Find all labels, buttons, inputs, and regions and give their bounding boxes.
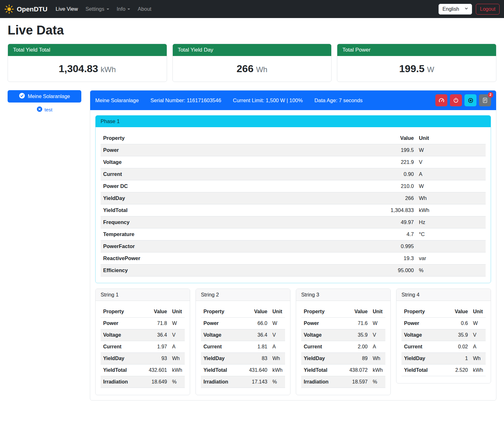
table-row: Temperature 4.7 °C — [101, 228, 486, 240]
power-button[interactable] — [450, 94, 462, 106]
logout-button[interactable]: Logout — [476, 4, 500, 15]
row-property: Current — [101, 341, 146, 353]
nav-live-view[interactable]: Live View — [52, 3, 82, 15]
row-unit: % — [170, 376, 185, 388]
total-yield-total-card: Total Yield Total 1,304.83kWh — [8, 44, 167, 82]
language-select[interactable]: English — [439, 4, 472, 15]
table-row: Current 1.81 A — [201, 341, 285, 353]
row-property: Efficiency — [101, 265, 363, 277]
row-value: 210.0 — [363, 180, 416, 192]
row-unit: V — [370, 329, 385, 341]
event-count-badge: 2 — [488, 92, 493, 98]
sidebar-item-meine-solaranlage[interactable]: Meine Solaranlage — [8, 90, 81, 103]
speedometer-icon — [439, 97, 445, 103]
row-unit: % — [370, 376, 385, 388]
card-title: Total Yield Day — [173, 44, 332, 56]
table-row: Voltage 36.4 V — [101, 329, 185, 341]
device-info-button[interactable] — [464, 94, 476, 106]
card-unit: kWh — [101, 65, 116, 74]
inverter-sidebar: Meine Solaranlage test — [8, 90, 81, 114]
strings-grid: String 1 Property Value Unit — [95, 289, 491, 395]
page-title: Live Data — [8, 23, 496, 37]
table-row: Irradiation 18.597 % — [301, 376, 385, 388]
row-unit: kWh — [270, 365, 285, 376]
row-unit: Wh — [416, 192, 486, 204]
table-row: ReactivePower 19.3 var — [101, 252, 486, 265]
content-row: Meine Solaranlage test Meine Solaranlage… — [8, 90, 496, 401]
nav-settings[interactable]: Settings — [82, 3, 113, 15]
table-row: Voltage 36.4 V — [201, 329, 285, 341]
table-row: Current 1.97 A — [101, 341, 185, 353]
brand-label: OpenDTU — [17, 5, 47, 13]
table-row: Power 71.6 W — [301, 318, 385, 329]
col-value: Value — [452, 306, 470, 318]
row-property: YieldDay — [301, 353, 347, 365]
row-value: 83 — [246, 353, 270, 365]
nav-info[interactable]: Info — [113, 3, 134, 15]
card-title: Total Power — [337, 44, 496, 56]
limit-settings-button[interactable] — [435, 94, 447, 106]
row-property: Power — [301, 318, 347, 329]
row-unit: V — [470, 329, 486, 341]
nav-about[interactable]: About — [134, 3, 155, 15]
check-circle-icon — [19, 93, 25, 100]
event-log-button[interactable]: 2 — [479, 94, 491, 106]
row-unit: kWh — [170, 365, 185, 376]
table-row: YieldDay 93 Wh — [101, 353, 185, 365]
row-property: YieldDay — [101, 192, 363, 204]
row-value: 1,304.833 — [363, 204, 416, 216]
nav-right: English Logout — [439, 4, 500, 15]
card-value: 1,304.83 — [59, 63, 98, 74]
inverter-panel-header: Meine Solaranlage Serial Number: 1161716… — [90, 90, 496, 110]
brand[interactable]: OpenDTU — [4, 4, 47, 14]
table-row: YieldTotal 431.640 kWh — [201, 365, 285, 376]
chevron-down-icon — [128, 9, 130, 10]
row-property: Irradiation — [201, 376, 246, 388]
row-property: Voltage — [201, 329, 246, 341]
row-property: Power DC — [101, 180, 363, 192]
row-value: 36.4 — [146, 329, 170, 341]
row-unit: °C — [416, 228, 486, 240]
row-property: Current — [101, 168, 363, 180]
row-value: 35.9 — [452, 329, 470, 341]
row-value: 266 — [363, 192, 416, 204]
row-value: 1.97 — [146, 341, 170, 353]
total-power-card: Total Power 199.5W — [337, 44, 496, 82]
nav-about-label: About — [138, 6, 151, 12]
table-row: Voltage 35.9 V — [401, 329, 486, 341]
card-unit: Wh — [256, 65, 267, 74]
col-property: Property — [101, 132, 363, 144]
row-property: Voltage — [101, 156, 363, 168]
row-unit: Wh — [470, 353, 486, 365]
inverter-panel-body: Phase 1 Property Value Unit — [90, 110, 496, 400]
col-property: Property — [101, 306, 146, 318]
phase-table: Property Value Unit Power — [101, 132, 486, 277]
row-unit: V — [170, 329, 185, 341]
string-2-card: String 2 Property Value Unit — [196, 289, 290, 395]
row-property: Voltage — [401, 329, 452, 341]
table-row: Efficiency 95.000 % — [101, 265, 486, 277]
row-value: 0.995 — [363, 240, 416, 252]
row-property: Power — [101, 318, 146, 329]
string-4-card: String 4 Property Value Unit — [396, 289, 491, 383]
table-row: Voltage 221.9 V — [101, 156, 486, 168]
row-value: 93 — [146, 353, 170, 365]
sidebar-item-test[interactable]: test — [35, 106, 54, 114]
row-property: Current — [401, 341, 452, 353]
row-property: Power — [201, 318, 246, 329]
row-unit: A — [370, 341, 385, 353]
row-unit: W — [370, 318, 385, 329]
x-circle-icon — [37, 106, 42, 113]
row-unit: Wh — [270, 353, 285, 365]
row-property: Irradiation — [301, 376, 347, 388]
journal-icon — [482, 97, 488, 103]
row-unit: A — [170, 341, 185, 353]
table-header-row: Property Value Unit — [401, 306, 486, 318]
row-unit: Wh — [170, 353, 185, 365]
sidebar-item-label: Meine Solaranlage — [28, 94, 70, 99]
string-title: String 2 — [196, 289, 290, 301]
row-unit: W — [416, 144, 486, 156]
string-title: String 3 — [296, 289, 390, 301]
inverter-panel: Meine Solaranlage Serial Number: 1161716… — [90, 90, 496, 401]
table-row: Current 0.02 A — [401, 341, 486, 353]
